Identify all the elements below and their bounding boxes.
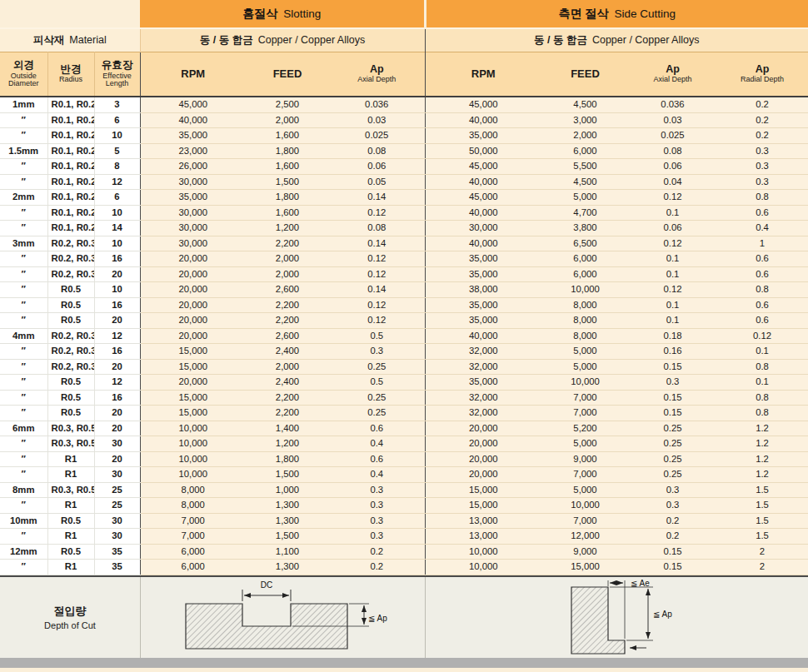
column-header-slot-feed: FEED	[246, 52, 329, 97]
dc-label: DC	[260, 580, 272, 590]
cell-side-ae: 0.1	[716, 375, 808, 391]
cell-side-ae: 1.2	[716, 421, 808, 436]
cell-side-ae: 1.2	[716, 467, 808, 483]
cell-length: 12	[94, 375, 140, 391]
cell-side-rpm: 35,000	[425, 251, 541, 267]
cell-side-ap: 0.15	[629, 390, 716, 406]
table-row: ″R0.3, R0.53010,0001,2000.420,0005,0000.…	[0, 436, 808, 452]
cell-side-ap: 0.15	[629, 544, 716, 560]
cell-side-ap: 0.1	[629, 266, 716, 282]
cell-side-feed: 5,000	[541, 482, 629, 498]
slot-rpm-label: RPM	[141, 67, 247, 80]
cell-side-rpm: 40,000	[425, 112, 541, 128]
cell-slot-feed: 2,200	[246, 297, 329, 313]
slotting-header-en: Slotting	[283, 7, 321, 20]
cell-slot-feed: 1,800	[246, 451, 329, 467]
table-row: ″R0.51220,0002,4000.535,00010,0000.30.1	[0, 375, 808, 391]
cell-length: 10	[94, 205, 140, 221]
cell-slot-rpm: 10,000	[140, 436, 246, 452]
cell-radius: R1	[47, 467, 94, 483]
cell-side-ap: 0.3	[629, 498, 716, 514]
cell-slot-feed: 2,600	[246, 328, 329, 344]
material-slotting-ko: 동 / 동 합금	[200, 34, 253, 46]
cell-side-ae: 0.8	[716, 190, 808, 206]
cell-side-rpm: 45,000	[425, 159, 541, 175]
ae-dim-label: ≦ Ae	[631, 579, 650, 588]
cell-side-ae: 0.6	[716, 297, 808, 313]
side-cut-profile-diagram: ≦ Ae ≦ Ap	[521, 579, 713, 655]
cell-length: 5	[94, 143, 140, 159]
cell-slot-ap: 0.25	[329, 359, 425, 375]
cell-radius: R0.1, R0.2	[47, 97, 94, 112]
cell-side-ae: 0.3	[716, 174, 808, 190]
catalog-page: 홈절삭Slotting 측면 절삭Side Cutting 피삭재Materia…	[0, 0, 808, 672]
cell-side-rpm: 35,000	[425, 128, 541, 144]
cell-side-rpm: 32,000	[425, 390, 541, 406]
cell-side-ae: 0.3	[716, 159, 808, 175]
cell-side-rpm: 35,000	[425, 375, 541, 391]
cell-slot-rpm: 8,000	[140, 482, 246, 498]
cell-slot-rpm: 10,000	[140, 467, 246, 483]
cell-side-feed: 5,200	[541, 421, 629, 436]
cell-side-feed: 7,000	[541, 390, 629, 406]
cell-slot-rpm: 35,000	[140, 128, 246, 144]
dc-dimension: DC	[242, 580, 291, 601]
cell-side-rpm: 50,000	[425, 143, 541, 159]
cell-side-rpm: 35,000	[425, 313, 541, 329]
cell-side-rpm: 38,000	[425, 282, 541, 298]
cell-slot-ap: 0.12	[329, 297, 425, 313]
cell-radius: R1	[47, 529, 94, 545]
cell-slot-rpm: 15,000	[140, 344, 246, 360]
cell-length: 20	[94, 313, 140, 329]
cell-side-ap: 0.2	[629, 529, 716, 545]
cell-slot-ap: 0.06	[329, 159, 425, 175]
slot-profile-diagram: DC ≦ Ap	[171, 579, 396, 655]
cell-slot-rpm: 15,000	[140, 406, 246, 421]
cell-radius: R0.5	[47, 544, 94, 560]
material-row: 피삭재Material 동 / 동 합금Copper / Copper Allo…	[0, 28, 808, 52]
cell-slot-ap: 0.5	[329, 375, 425, 391]
material-slotting-cell: 동 / 동 합금Copper / Copper Alloys	[140, 28, 425, 52]
cell-side-ae: 0.2	[716, 128, 808, 144]
cell-radius: R0.5	[47, 282, 94, 298]
table-row: ″R0.51615,0002,2000.2532,0007,0000.150.8	[0, 390, 808, 406]
cell-side-rpm: 32,000	[425, 406, 541, 421]
cell-slot-rpm: 20,000	[140, 282, 246, 298]
cell-length: 25	[94, 498, 140, 514]
cell-slot-ap: 0.6	[329, 451, 425, 467]
cell-slot-feed: 1,300	[246, 560, 329, 575]
cell-slot-rpm: 6,000	[140, 560, 246, 575]
cell-side-ap: 0.18	[629, 328, 716, 344]
cell-slot-ap: 0.3	[329, 529, 425, 545]
cell-side-ae: 0.2	[716, 112, 808, 128]
column-header-side-ap: Ap Axial Depth	[629, 52, 716, 97]
cell-length: 10	[94, 282, 140, 298]
cell-slot-ap: 0.03	[329, 112, 425, 128]
cell-side-rpm: 10,000	[425, 560, 541, 575]
cell-slot-rpm: 20,000	[140, 266, 246, 282]
table-row: 3mmR0.2, R0.31030,0002,2000.1440,0006,50…	[0, 236, 808, 251]
cell-radius: R0.2, R0.3	[47, 359, 94, 375]
cell-od: ″	[0, 560, 47, 575]
cell-radius: R0.5	[47, 375, 94, 391]
cell-length: 30	[94, 436, 140, 452]
cell-slot-feed: 1,200	[246, 221, 329, 236]
cell-side-ae: 0.6	[716, 251, 808, 267]
table-row: ″R1356,0001,3000.210,00015,0000.152	[0, 560, 808, 575]
cell-od: 12mm	[0, 544, 47, 560]
cell-slot-ap: 0.08	[329, 221, 425, 236]
cell-od: 3mm	[0, 236, 47, 251]
cell-slot-feed: 1,300	[246, 498, 329, 514]
cell-radius: R0.5	[47, 390, 94, 406]
cell-side-rpm: 32,000	[425, 344, 541, 360]
cell-side-ae: 2	[716, 560, 808, 575]
cell-side-feed: 12,000	[541, 529, 629, 545]
cell-radius: R0.2, R0.3	[47, 328, 94, 344]
slot-ap-dim-label: ≦ Ap	[368, 614, 387, 623]
cell-side-ap: 0.3	[629, 375, 716, 391]
table-row: ″R1258,0001,3000.315,00010,0000.31.5	[0, 498, 808, 514]
cell-side-ap: 0.2	[629, 513, 716, 529]
cell-side-ae: 1.2	[716, 436, 808, 452]
table-row: ″R13010,0001,5000.420,0007,0000.251.2	[0, 467, 808, 483]
table-row: ″R0.52020,0002,2000.1235,0008,0000.10.6	[0, 313, 808, 329]
